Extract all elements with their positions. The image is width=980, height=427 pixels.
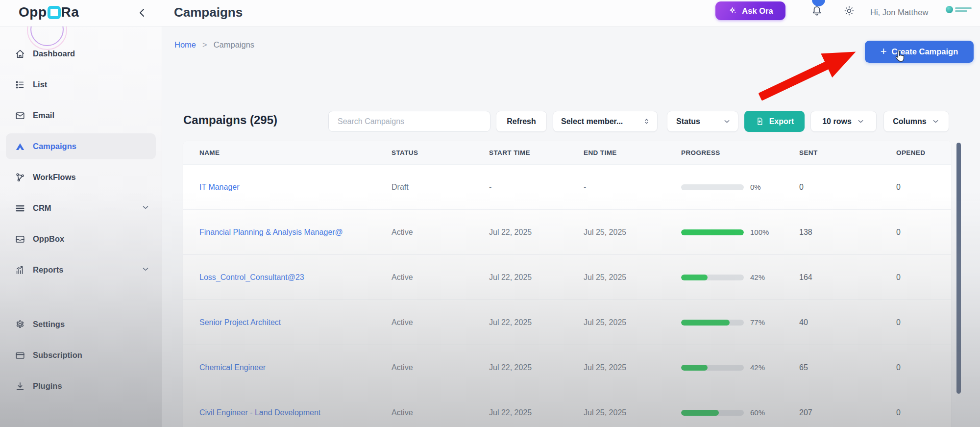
table-row[interactable]: Financial Planning & Analysis Manager@Ac… xyxy=(183,209,951,254)
create-campaign-label: Create Campaign xyxy=(892,47,958,56)
sidebar: OppRa DashboardListEmailCampaignsWorkFlo… xyxy=(0,0,162,427)
sidebar-collapse-button[interactable] xyxy=(136,7,148,19)
campaign-sent-count: 0 xyxy=(799,183,896,192)
progress-bar-track xyxy=(681,275,744,280)
progress-bar-track xyxy=(681,229,744,235)
table-row[interactable]: Chemical EngineerActiveJul 22, 2025Jul 2… xyxy=(183,345,951,390)
sidebar-item-label: Email xyxy=(33,111,54,120)
campaign-sent-count: 40 xyxy=(799,318,896,327)
table-row[interactable]: Civil Engineer - Land DevelopmentActiveJ… xyxy=(183,390,951,427)
breadcrumb: Home > Campaigns xyxy=(174,40,254,50)
sidebar-item-oppbox[interactable]: OppBox xyxy=(0,224,162,254)
refresh-button[interactable]: Refresh xyxy=(496,111,547,132)
campaign-name-link[interactable]: IT Manager xyxy=(199,183,392,192)
campaign-opened-count: 0 xyxy=(896,183,951,192)
theme-toggle-sun-icon[interactable] xyxy=(843,5,855,17)
progress-bar-fill xyxy=(681,365,708,371)
campaign-status: Active xyxy=(392,318,489,327)
export-label: Export xyxy=(769,117,794,126)
export-button[interactable]: Export xyxy=(744,111,805,132)
sidebar-item-campaigns[interactable]: Campaigns xyxy=(0,131,162,162)
campaign-status: Active xyxy=(392,363,489,372)
campaign-start-time: - xyxy=(489,183,584,192)
columns-button[interactable]: Columns xyxy=(883,111,949,132)
progress-percent-label: 42% xyxy=(750,363,765,372)
campaign-name-link[interactable]: Chemical Engineer xyxy=(199,363,392,372)
column-header-name: NAME xyxy=(199,149,392,156)
column-header-start-time: START TIME xyxy=(489,149,584,156)
sidebar-item-crm[interactable]: CRM xyxy=(0,193,162,224)
campaign-start-time: Jul 22, 2025 xyxy=(489,408,584,417)
plugins-icon xyxy=(15,381,25,392)
campaign-opened-count: 0 xyxy=(896,408,951,417)
campaign-progress: 0% xyxy=(681,183,799,191)
sidebar-item-email[interactable]: Email xyxy=(0,100,162,131)
settings-icon xyxy=(15,319,25,330)
campaign-name-link[interactable]: Senior Project Architect xyxy=(199,318,392,327)
campaign-start-time: Jul 22, 2025 xyxy=(489,318,584,327)
sparkle-icon xyxy=(728,6,737,16)
rows-per-page-select[interactable]: 10 rows xyxy=(810,111,877,132)
campaign-end-time: Jul 25, 2025 xyxy=(584,228,681,237)
sidebar-item-list[interactable]: List xyxy=(0,69,162,100)
user-greeting: Hi, Jon Matthew xyxy=(870,8,928,17)
progress-bar-track xyxy=(681,365,744,371)
export-file-icon xyxy=(755,117,764,126)
status-filter-select[interactable]: Status xyxy=(667,111,738,132)
campaign-end-time: Jul 25, 2025 xyxy=(584,273,681,282)
campaign-progress: 100% xyxy=(681,228,799,236)
create-campaign-button[interactable]: + Create Campaign xyxy=(865,41,974,63)
campaign-name-link[interactable]: Civil Engineer - Land Development xyxy=(199,408,392,417)
sidebar-item-dashboard[interactable]: Dashboard xyxy=(0,38,162,69)
sidebar-item-settings[interactable]: Settings xyxy=(0,309,162,340)
app-logo: OppRa xyxy=(19,4,79,20)
campaign-icon xyxy=(15,141,25,152)
chevron-down-icon xyxy=(141,265,150,276)
campaign-start-time: Jul 22, 2025 xyxy=(489,363,584,372)
workflow-icon xyxy=(15,172,25,183)
refresh-label: Refresh xyxy=(507,117,536,126)
search-input[interactable] xyxy=(328,111,490,132)
ask-ora-button[interactable]: Ask Ora xyxy=(715,1,785,20)
page-title: Campaigns xyxy=(174,5,243,20)
progress-bar-fill xyxy=(681,410,719,416)
table-row[interactable]: IT ManagerDraft--0%00 xyxy=(183,164,951,209)
oppbox-icon xyxy=(15,234,25,245)
logo-o-icon xyxy=(48,6,61,19)
campaign-end-time: Jul 25, 2025 xyxy=(584,363,681,372)
sidebar-item-plugins[interactable]: Plugins xyxy=(0,371,162,402)
breadcrumb-separator: > xyxy=(202,40,207,50)
member-filter-select[interactable]: Select member... xyxy=(553,111,658,132)
column-header-status: STATUS xyxy=(392,149,489,156)
campaign-name-link[interactable]: Loss_Control_Consultant@23 xyxy=(199,273,392,282)
sidebar-item-reports[interactable]: Reports xyxy=(0,254,162,285)
notifications-bell-icon[interactable] xyxy=(810,4,823,17)
status-filter-label: Status xyxy=(676,117,700,126)
sidebar-item-label: WorkFlows xyxy=(33,173,76,182)
sidebar-item-subscription[interactable]: Subscription xyxy=(0,340,162,371)
progress-bar-track xyxy=(681,184,744,190)
campaigns-table: NAMESTATUSSTART TIMEEND TIMEPROGRESSSENT… xyxy=(183,141,951,427)
campaign-end-time: - xyxy=(584,183,681,192)
table-row[interactable]: Senior Project ArchitectActiveJul 22, 20… xyxy=(183,300,951,345)
chevron-left-icon xyxy=(136,7,148,19)
campaign-name-link[interactable]: Financial Planning & Analysis Manager@ xyxy=(199,228,392,237)
vertical-scrollbar-thumb[interactable] xyxy=(956,143,961,394)
breadcrumb-home-link[interactable]: Home xyxy=(174,40,196,50)
table-body: IT ManagerDraft--0%00Financial Planning … xyxy=(183,164,951,427)
progress-percent-label: 100% xyxy=(750,228,769,236)
list-icon xyxy=(15,79,25,90)
sidebar-item-workflows[interactable]: WorkFlows xyxy=(0,162,162,193)
progress-percent-label: 60% xyxy=(750,408,765,417)
table-row[interactable]: Loss_Control_Consultant@23ActiveJul 22, … xyxy=(183,254,951,300)
progress-percent-label: 77% xyxy=(750,318,765,327)
progress-bar-track xyxy=(681,320,744,326)
campaign-sent-count: 65 xyxy=(799,363,896,372)
watermark-logo xyxy=(946,6,972,13)
column-header-end-time: END TIME xyxy=(584,149,681,156)
campaign-start-time: Jul 22, 2025 xyxy=(489,228,584,237)
campaign-progress: 60% xyxy=(681,408,799,417)
progress-percent-label: 0% xyxy=(750,183,761,191)
column-header-progress: PROGRESS xyxy=(681,149,799,156)
table-header-row: NAMESTATUSSTART TIMEEND TIMEPROGRESSSENT… xyxy=(183,141,951,164)
